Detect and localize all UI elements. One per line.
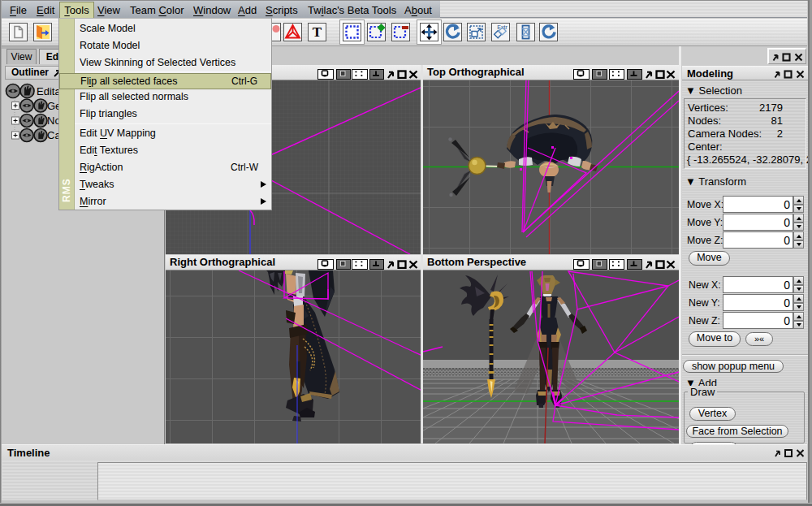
svg-text:T: T	[313, 24, 322, 40]
